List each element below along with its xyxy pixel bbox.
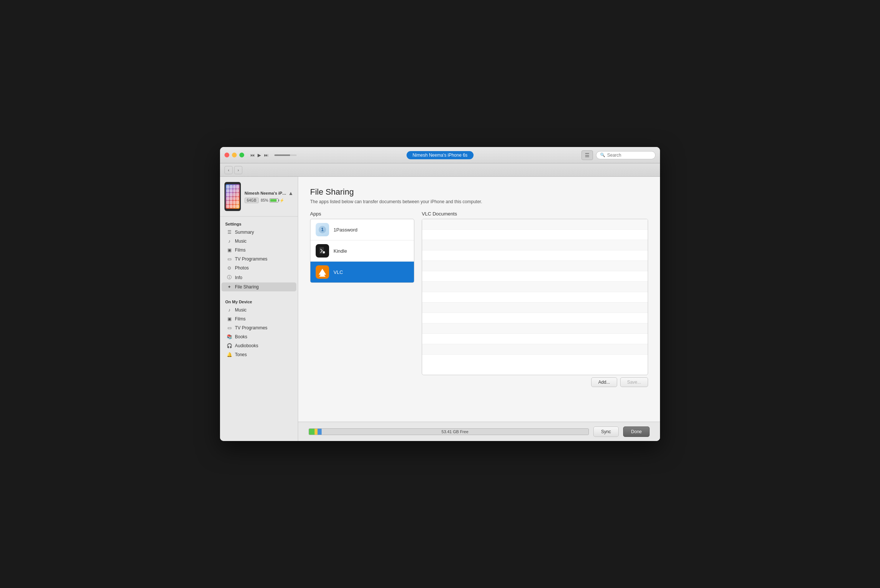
audiobooks-icon: 🎧 (227, 343, 232, 348)
tv-device-icon: ▭ (227, 325, 232, 330)
doc-row (422, 250, 648, 261)
charging-icon: ⚡ (279, 198, 284, 202)
doc-row (422, 261, 648, 271)
device-name: Nimesh Neema's iPhon... (245, 191, 288, 195)
apps-list: 1 1Password (310, 219, 414, 283)
doc-row (422, 334, 648, 344)
device-header: Nimesh Neema's iPhon... ▲ 64GB 85% ⚡ (220, 177, 298, 217)
sidebar-item-films[interactable]: ▣ Films (221, 246, 296, 255)
storage-seg-green (309, 429, 315, 435)
svg-point-3 (323, 251, 325, 254)
sidebar-item-tv[interactable]: ▭ TV Programmes (221, 255, 296, 264)
forward-button[interactable]: › (234, 166, 242, 174)
done-button[interactable]: Done (623, 426, 650, 437)
summary-icon: ☰ (227, 230, 232, 235)
sidebar-item-audiobooks-device[interactable]: 🎧 Audiobooks (221, 341, 296, 350)
on-my-device-header: On My Device (220, 297, 298, 306)
eject-button[interactable]: ▲ (288, 190, 293, 196)
fast-forward-button[interactable]: ⏭ (264, 153, 269, 158)
music-icon: ♪ (227, 238, 232, 244)
settings-section-header: Settings (220, 220, 298, 228)
docs-column-header: VLC Documents (422, 211, 648, 217)
battery-fill (270, 199, 276, 202)
storage-badge: 64GB (245, 198, 259, 203)
films-icon: ▣ (227, 248, 232, 253)
svg-rect-7 (319, 276, 325, 277)
app-item-kindle[interactable]: Kindle (311, 240, 414, 262)
1password-icon: 1 (316, 223, 329, 236)
sidebar-label-file-sharing: File Sharing (235, 284, 259, 290)
doc-row (422, 282, 648, 292)
sidebar-label-tones: Tones (235, 352, 247, 357)
file-sharing-layout: Apps 1 1Password (310, 211, 648, 387)
docs-list (422, 219, 648, 375)
docs-actions: Add... Save... (422, 377, 648, 387)
1password-label: 1Password (333, 227, 357, 232)
close-button[interactable] (224, 153, 229, 158)
doc-row (422, 355, 648, 365)
sidebar-item-tones-device[interactable]: 🔔 Tones (221, 350, 296, 359)
add-button[interactable]: Add... (591, 377, 617, 387)
battery-tip (278, 200, 279, 201)
doc-row (422, 230, 648, 240)
sidebar-item-music[interactable]: ♪ Music (221, 237, 296, 246)
storage-seg-yellow (315, 429, 318, 435)
vlc-label: VLC (333, 270, 343, 275)
settings-section: Settings ☰ Summary ♪ Music ▣ Films ▭ TV … (220, 217, 298, 294)
bottom-bar: 53.41 GB Free Sync Done (298, 422, 660, 441)
maximize-button[interactable] (239, 153, 244, 158)
app-item-vlc[interactable]: VLC (311, 262, 414, 282)
tones-icon: 🔔 (227, 352, 232, 357)
doc-row (422, 240, 648, 250)
file-sharing-icon: ✦ (227, 284, 232, 290)
sidebar-label-music-device: Music (235, 308, 246, 313)
sidebar-item-books-device[interactable]: 📚 Books (221, 332, 296, 341)
app-item-1password[interactable]: 1 1Password (311, 219, 414, 240)
page-subtitle: The apps listed below can transfer docum… (310, 199, 648, 204)
page-title: File Sharing (310, 187, 648, 197)
back-button[interactable]: ‹ (224, 166, 233, 174)
minimize-button[interactable] (232, 153, 237, 158)
search-input[interactable] (607, 153, 652, 158)
music-device-icon: ♪ (227, 308, 232, 313)
sidebar-item-file-sharing[interactable]: ✦ File Sharing (221, 282, 296, 291)
sidebar-label-info: Info (235, 275, 242, 280)
doc-row (422, 313, 648, 323)
doc-row (422, 303, 648, 313)
sidebar-item-photos[interactable]: ⊙ Photos (221, 264, 296, 272)
sidebar-label-music: Music (235, 238, 246, 244)
sidebar-label-audiobooks: Audiobooks (235, 343, 258, 348)
photos-icon: ⊙ (227, 266, 232, 270)
docs-column: VLC Documents (422, 211, 648, 387)
sidebar-item-summary[interactable]: ☰ Summary (221, 228, 296, 237)
save-button[interactable]: Save... (620, 377, 648, 387)
sidebar-label-films-device: Films (235, 316, 246, 321)
storage-bar: 53.41 GB Free (309, 428, 589, 435)
battery-info: 85% ⚡ (261, 198, 284, 202)
device-badge[interactable]: Nimesh Neema's iPhone 6s (407, 151, 473, 159)
sidebar-label-films: Films (235, 248, 246, 253)
volume-slider[interactable] (274, 154, 297, 156)
sidebar-item-tv-device[interactable]: ▭ TV Programmes (221, 323, 296, 332)
doc-row (422, 323, 648, 334)
play-button[interactable]: ▶ (258, 153, 261, 158)
doc-row (422, 292, 648, 303)
search-icon: 🔍 (600, 153, 605, 158)
battery-percent: 85% (261, 198, 269, 202)
search-box[interactable]: 🔍 (596, 151, 656, 159)
list-view-button[interactable]: ☰ (581, 150, 593, 160)
rewind-button[interactable]: ⏮ (250, 153, 255, 158)
kindle-label: Kindle (333, 248, 347, 254)
sidebar-item-music-device[interactable]: ♪ Music (221, 306, 296, 315)
window-controls (224, 153, 244, 158)
films-device-icon: ▣ (227, 316, 232, 321)
device-icon (224, 182, 241, 211)
sync-button[interactable]: Sync (593, 426, 619, 437)
navbar: ‹ › (220, 164, 660, 177)
sidebar-label-photos: Photos (235, 266, 249, 270)
sidebar-item-films-device[interactable]: ▣ Films (221, 315, 296, 323)
sidebar-item-info[interactable]: ⓘ Info (221, 272, 296, 282)
device-storage: 64GB 85% ⚡ (245, 198, 293, 203)
books-icon: 📚 (227, 334, 232, 339)
svg-text:1: 1 (321, 227, 324, 232)
